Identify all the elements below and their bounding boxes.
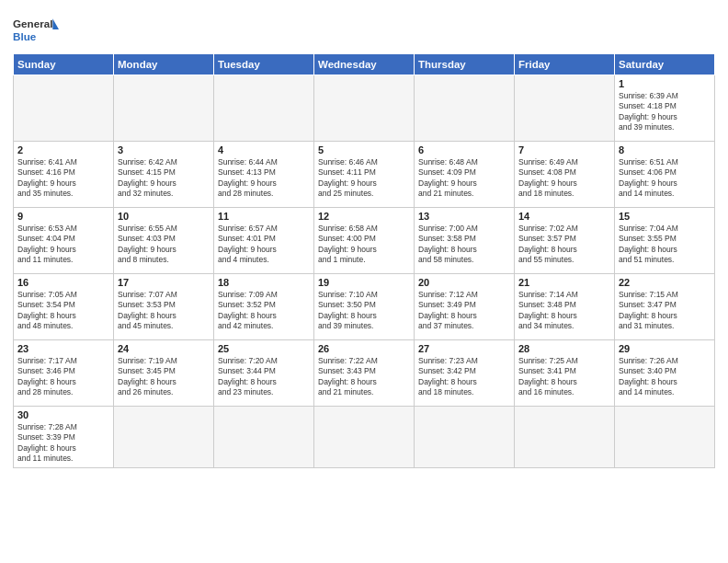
day-number: 20 <box>418 277 510 288</box>
day-info: Sunrise: 7:14 AM Sunset: 3:48 PM Dayligh… <box>518 290 610 332</box>
calendar-week-row: 9Sunrise: 6:53 AM Sunset: 4:04 PM Daylig… <box>14 208 715 274</box>
calendar-week-row: 2Sunrise: 6:41 AM Sunset: 4:16 PM Daylig… <box>14 142 715 208</box>
day-number: 23 <box>17 343 109 354</box>
day-number: 27 <box>418 343 510 354</box>
calendar-cell <box>515 75 615 142</box>
day-number: 21 <box>518 277 610 288</box>
day-number: 1 <box>619 78 711 89</box>
day-number: 24 <box>118 343 210 354</box>
day-number: 16 <box>17 277 109 288</box>
calendar-cell: 25Sunrise: 7:20 AM Sunset: 3:44 PM Dayli… <box>214 340 314 407</box>
calendar-cell <box>114 75 214 142</box>
calendar-cell: 8Sunrise: 6:51 AM Sunset: 4:06 PM Daylig… <box>615 142 715 208</box>
calendar-weekday-friday: Friday <box>515 54 615 75</box>
calendar-cell: 13Sunrise: 7:00 AM Sunset: 3:58 PM Dayli… <box>415 208 515 274</box>
calendar-weekday-saturday: Saturday <box>615 54 715 75</box>
day-number: 2 <box>17 144 109 155</box>
day-number: 26 <box>318 343 410 354</box>
day-number: 30 <box>17 409 109 420</box>
calendar-cell: 16Sunrise: 7:05 AM Sunset: 3:54 PM Dayli… <box>14 274 114 340</box>
calendar-cell: 12Sunrise: 6:58 AM Sunset: 4:00 PM Dayli… <box>314 208 415 274</box>
day-info: Sunrise: 7:19 AM Sunset: 3:45 PM Dayligh… <box>118 356 210 398</box>
header: General Blue <box>13 9 715 46</box>
day-number: 17 <box>118 277 210 288</box>
day-number: 18 <box>218 277 310 288</box>
svg-marker-2 <box>52 18 59 29</box>
calendar-cell: 27Sunrise: 7:23 AM Sunset: 3:42 PM Dayli… <box>415 340 515 407</box>
day-number: 13 <box>418 211 510 222</box>
calendar-cell: 10Sunrise: 6:55 AM Sunset: 4:03 PM Dayli… <box>114 208 214 274</box>
day-number: 8 <box>619 144 711 155</box>
calendar: SundayMondayTuesdayWednesdayThursdayFrid… <box>13 53 715 468</box>
day-info: Sunrise: 7:28 AM Sunset: 3:39 PM Dayligh… <box>17 422 109 465</box>
day-number: 4 <box>218 144 310 155</box>
day-number: 10 <box>118 211 210 222</box>
calendar-weekday-wednesday: Wednesday <box>314 54 415 75</box>
day-info: Sunrise: 7:17 AM Sunset: 3:46 PM Dayligh… <box>17 356 109 398</box>
day-info: Sunrise: 6:55 AM Sunset: 4:03 PM Dayligh… <box>118 224 210 266</box>
svg-text:Blue: Blue <box>13 30 37 42</box>
calendar-cell: 17Sunrise: 7:07 AM Sunset: 3:53 PM Dayli… <box>114 274 214 340</box>
day-number: 11 <box>218 211 310 222</box>
day-info: Sunrise: 7:07 AM Sunset: 3:53 PM Dayligh… <box>118 290 210 332</box>
calendar-cell: 9Sunrise: 6:53 AM Sunset: 4:04 PM Daylig… <box>14 208 114 274</box>
calendar-cell <box>615 407 715 468</box>
calendar-cell: 11Sunrise: 6:57 AM Sunset: 4:01 PM Dayli… <box>214 208 314 274</box>
calendar-weekday-tuesday: Tuesday <box>214 54 314 75</box>
day-info: Sunrise: 6:48 AM Sunset: 4:09 PM Dayligh… <box>418 157 510 200</box>
calendar-weekday-monday: Monday <box>114 54 214 75</box>
calendar-cell: 28Sunrise: 7:25 AM Sunset: 3:41 PM Dayli… <box>515 340 615 407</box>
calendar-cell: 24Sunrise: 7:19 AM Sunset: 3:45 PM Dayli… <box>114 340 214 407</box>
calendar-cell <box>14 75 114 142</box>
day-number: 29 <box>619 343 711 354</box>
day-info: Sunrise: 6:39 AM Sunset: 4:18 PM Dayligh… <box>619 91 711 133</box>
logo: General Blue <box>13 13 59 46</box>
day-number: 9 <box>17 211 109 222</box>
day-info: Sunrise: 6:44 AM Sunset: 4:13 PM Dayligh… <box>218 157 310 200</box>
day-info: Sunrise: 6:49 AM Sunset: 4:08 PM Dayligh… <box>518 157 610 200</box>
day-info: Sunrise: 6:41 AM Sunset: 4:16 PM Dayligh… <box>17 157 109 200</box>
day-info: Sunrise: 7:25 AM Sunset: 3:41 PM Dayligh… <box>518 356 610 398</box>
calendar-cell <box>515 407 615 468</box>
calendar-cell: 26Sunrise: 7:22 AM Sunset: 3:43 PM Dayli… <box>314 340 415 407</box>
calendar-week-row: 1Sunrise: 6:39 AM Sunset: 4:18 PM Daylig… <box>14 75 715 142</box>
calendar-cell: 7Sunrise: 6:49 AM Sunset: 4:08 PM Daylig… <box>515 142 615 208</box>
day-info: Sunrise: 7:23 AM Sunset: 3:42 PM Dayligh… <box>418 356 510 398</box>
day-info: Sunrise: 6:57 AM Sunset: 4:01 PM Dayligh… <box>218 224 310 266</box>
day-info: Sunrise: 7:26 AM Sunset: 3:40 PM Dayligh… <box>619 356 711 398</box>
day-number: 25 <box>218 343 310 354</box>
calendar-cell <box>314 75 415 142</box>
day-number: 3 <box>118 144 210 155</box>
day-number: 6 <box>418 144 510 155</box>
calendar-cell: 4Sunrise: 6:44 AM Sunset: 4:13 PM Daylig… <box>214 142 314 208</box>
calendar-cell: 29Sunrise: 7:26 AM Sunset: 3:40 PM Dayli… <box>615 340 715 407</box>
svg-text:General: General <box>13 17 52 29</box>
calendar-cell: 22Sunrise: 7:15 AM Sunset: 3:47 PM Dayli… <box>615 274 715 340</box>
day-info: Sunrise: 6:42 AM Sunset: 4:15 PM Dayligh… <box>118 157 210 200</box>
day-info: Sunrise: 7:15 AM Sunset: 3:47 PM Dayligh… <box>619 290 711 332</box>
calendar-cell: 15Sunrise: 7:04 AM Sunset: 3:55 PM Dayli… <box>615 208 715 274</box>
calendar-cell: 23Sunrise: 7:17 AM Sunset: 3:46 PM Dayli… <box>14 340 114 407</box>
calendar-weekday-sunday: Sunday <box>14 54 114 75</box>
logo-svg: General Blue <box>13 13 59 46</box>
calendar-cell: 20Sunrise: 7:12 AM Sunset: 3:49 PM Dayli… <box>415 274 515 340</box>
calendar-cell: 21Sunrise: 7:14 AM Sunset: 3:48 PM Dayli… <box>515 274 615 340</box>
day-info: Sunrise: 6:58 AM Sunset: 4:00 PM Dayligh… <box>318 224 410 266</box>
calendar-weekday-thursday: Thursday <box>415 54 515 75</box>
day-info: Sunrise: 7:02 AM Sunset: 3:57 PM Dayligh… <box>518 224 610 266</box>
day-number: 19 <box>318 277 410 288</box>
day-info: Sunrise: 7:00 AM Sunset: 3:58 PM Dayligh… <box>418 224 510 266</box>
day-info: Sunrise: 7:05 AM Sunset: 3:54 PM Dayligh… <box>17 290 109 332</box>
day-info: Sunrise: 7:20 AM Sunset: 3:44 PM Dayligh… <box>218 356 310 398</box>
day-number: 12 <box>318 211 410 222</box>
day-number: 7 <box>518 144 610 155</box>
calendar-week-row: 30Sunrise: 7:28 AM Sunset: 3:39 PM Dayli… <box>14 407 715 468</box>
day-number: 5 <box>318 144 410 155</box>
day-info: Sunrise: 7:22 AM Sunset: 3:43 PM Dayligh… <box>318 356 410 398</box>
calendar-cell <box>415 407 515 468</box>
day-number: 15 <box>619 211 711 222</box>
calendar-cell <box>415 75 515 142</box>
calendar-cell: 19Sunrise: 7:10 AM Sunset: 3:50 PM Dayli… <box>314 274 415 340</box>
day-number: 28 <box>518 343 610 354</box>
day-info: Sunrise: 6:51 AM Sunset: 4:06 PM Dayligh… <box>619 157 711 200</box>
